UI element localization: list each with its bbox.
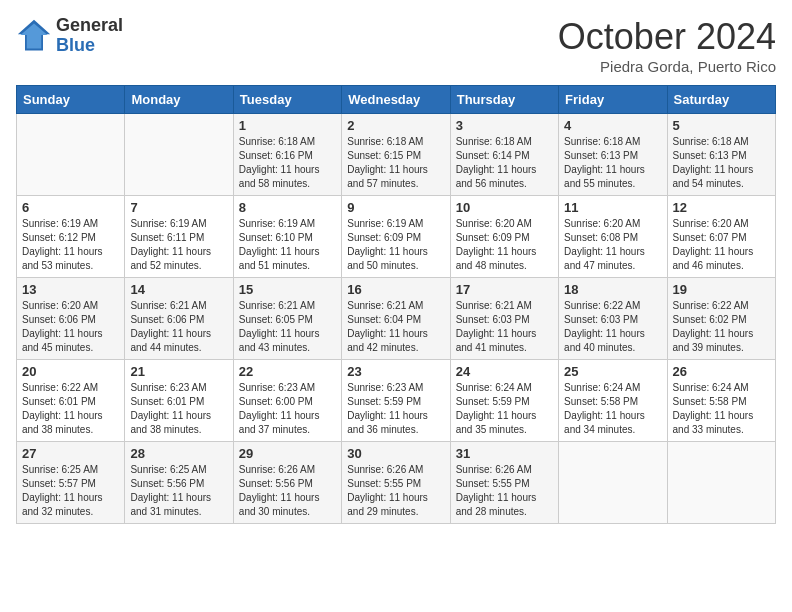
calendar-cell <box>125 114 233 196</box>
day-info: Sunrise: 6:19 AM Sunset: 6:09 PM Dayligh… <box>347 217 444 273</box>
day-number: 7 <box>130 200 227 215</box>
calendar-cell: 27Sunrise: 6:25 AM Sunset: 5:57 PM Dayli… <box>17 442 125 524</box>
title-block: October 2024 Piedra Gorda, Puerto Rico <box>558 16 776 75</box>
day-number: 10 <box>456 200 553 215</box>
day-info: Sunrise: 6:24 AM Sunset: 5:58 PM Dayligh… <box>673 381 770 437</box>
day-info: Sunrise: 6:20 AM Sunset: 6:09 PM Dayligh… <box>456 217 553 273</box>
calendar-cell: 13Sunrise: 6:20 AM Sunset: 6:06 PM Dayli… <box>17 278 125 360</box>
calendar-cell <box>17 114 125 196</box>
column-header-friday: Friday <box>559 86 667 114</box>
day-info: Sunrise: 6:21 AM Sunset: 6:03 PM Dayligh… <box>456 299 553 355</box>
day-info: Sunrise: 6:25 AM Sunset: 5:56 PM Dayligh… <box>130 463 227 519</box>
day-number: 3 <box>456 118 553 133</box>
calendar-week-5: 27Sunrise: 6:25 AM Sunset: 5:57 PM Dayli… <box>17 442 776 524</box>
day-info: Sunrise: 6:20 AM Sunset: 6:06 PM Dayligh… <box>22 299 119 355</box>
day-number: 15 <box>239 282 336 297</box>
day-info: Sunrise: 6:23 AM Sunset: 6:00 PM Dayligh… <box>239 381 336 437</box>
calendar-cell: 15Sunrise: 6:21 AM Sunset: 6:05 PM Dayli… <box>233 278 341 360</box>
day-number: 22 <box>239 364 336 379</box>
calendar-cell: 6Sunrise: 6:19 AM Sunset: 6:12 PM Daylig… <box>17 196 125 278</box>
calendar-cell: 14Sunrise: 6:21 AM Sunset: 6:06 PM Dayli… <box>125 278 233 360</box>
day-info: Sunrise: 6:20 AM Sunset: 6:08 PM Dayligh… <box>564 217 661 273</box>
calendar-body: 1Sunrise: 6:18 AM Sunset: 6:16 PM Daylig… <box>17 114 776 524</box>
day-info: Sunrise: 6:19 AM Sunset: 6:10 PM Dayligh… <box>239 217 336 273</box>
day-number: 13 <box>22 282 119 297</box>
calendar-cell: 19Sunrise: 6:22 AM Sunset: 6:02 PM Dayli… <box>667 278 775 360</box>
calendar-table: SundayMondayTuesdayWednesdayThursdayFrid… <box>16 85 776 524</box>
day-number: 1 <box>239 118 336 133</box>
day-number: 25 <box>564 364 661 379</box>
calendar-cell: 29Sunrise: 6:26 AM Sunset: 5:56 PM Dayli… <box>233 442 341 524</box>
column-header-wednesday: Wednesday <box>342 86 450 114</box>
day-info: Sunrise: 6:18 AM Sunset: 6:13 PM Dayligh… <box>564 135 661 191</box>
day-number: 9 <box>347 200 444 215</box>
calendar-cell: 20Sunrise: 6:22 AM Sunset: 6:01 PM Dayli… <box>17 360 125 442</box>
day-info: Sunrise: 6:24 AM Sunset: 5:59 PM Dayligh… <box>456 381 553 437</box>
day-number: 29 <box>239 446 336 461</box>
day-number: 2 <box>347 118 444 133</box>
day-number: 19 <box>673 282 770 297</box>
logo-blue: Blue <box>56 36 123 56</box>
day-number: 16 <box>347 282 444 297</box>
calendar-cell: 5Sunrise: 6:18 AM Sunset: 6:13 PM Daylig… <box>667 114 775 196</box>
column-header-saturday: Saturday <box>667 86 775 114</box>
calendar-week-1: 1Sunrise: 6:18 AM Sunset: 6:16 PM Daylig… <box>17 114 776 196</box>
day-info: Sunrise: 6:25 AM Sunset: 5:57 PM Dayligh… <box>22 463 119 519</box>
calendar-cell: 11Sunrise: 6:20 AM Sunset: 6:08 PM Dayli… <box>559 196 667 278</box>
calendar-cell: 16Sunrise: 6:21 AM Sunset: 6:04 PM Dayli… <box>342 278 450 360</box>
calendar-week-2: 6Sunrise: 6:19 AM Sunset: 6:12 PM Daylig… <box>17 196 776 278</box>
logo: General Blue <box>16 16 123 56</box>
day-number: 14 <box>130 282 227 297</box>
day-info: Sunrise: 6:21 AM Sunset: 6:05 PM Dayligh… <box>239 299 336 355</box>
logo-text: General Blue <box>56 16 123 56</box>
day-number: 27 <box>22 446 119 461</box>
day-info: Sunrise: 6:24 AM Sunset: 5:58 PM Dayligh… <box>564 381 661 437</box>
column-header-monday: Monday <box>125 86 233 114</box>
day-number: 12 <box>673 200 770 215</box>
day-info: Sunrise: 6:22 AM Sunset: 6:02 PM Dayligh… <box>673 299 770 355</box>
day-number: 4 <box>564 118 661 133</box>
calendar-cell: 26Sunrise: 6:24 AM Sunset: 5:58 PM Dayli… <box>667 360 775 442</box>
day-info: Sunrise: 6:19 AM Sunset: 6:11 PM Dayligh… <box>130 217 227 273</box>
day-info: Sunrise: 6:18 AM Sunset: 6:14 PM Dayligh… <box>456 135 553 191</box>
day-info: Sunrise: 6:26 AM Sunset: 5:55 PM Dayligh… <box>347 463 444 519</box>
day-number: 23 <box>347 364 444 379</box>
calendar-cell: 28Sunrise: 6:25 AM Sunset: 5:56 PM Dayli… <box>125 442 233 524</box>
calendar-week-3: 13Sunrise: 6:20 AM Sunset: 6:06 PM Dayli… <box>17 278 776 360</box>
calendar-cell: 30Sunrise: 6:26 AM Sunset: 5:55 PM Dayli… <box>342 442 450 524</box>
calendar-cell: 7Sunrise: 6:19 AM Sunset: 6:11 PM Daylig… <box>125 196 233 278</box>
calendar-week-4: 20Sunrise: 6:22 AM Sunset: 6:01 PM Dayli… <box>17 360 776 442</box>
day-info: Sunrise: 6:18 AM Sunset: 6:15 PM Dayligh… <box>347 135 444 191</box>
day-info: Sunrise: 6:21 AM Sunset: 6:06 PM Dayligh… <box>130 299 227 355</box>
calendar-cell: 23Sunrise: 6:23 AM Sunset: 5:59 PM Dayli… <box>342 360 450 442</box>
day-info: Sunrise: 6:23 AM Sunset: 6:01 PM Dayligh… <box>130 381 227 437</box>
calendar-cell: 17Sunrise: 6:21 AM Sunset: 6:03 PM Dayli… <box>450 278 558 360</box>
calendar-cell: 18Sunrise: 6:22 AM Sunset: 6:03 PM Dayli… <box>559 278 667 360</box>
column-header-sunday: Sunday <box>17 86 125 114</box>
day-number: 8 <box>239 200 336 215</box>
day-number: 6 <box>22 200 119 215</box>
column-header-thursday: Thursday <box>450 86 558 114</box>
day-info: Sunrise: 6:22 AM Sunset: 6:03 PM Dayligh… <box>564 299 661 355</box>
calendar-cell: 24Sunrise: 6:24 AM Sunset: 5:59 PM Dayli… <box>450 360 558 442</box>
svg-marker-1 <box>21 23 48 48</box>
day-info: Sunrise: 6:26 AM Sunset: 5:55 PM Dayligh… <box>456 463 553 519</box>
calendar-cell: 9Sunrise: 6:19 AM Sunset: 6:09 PM Daylig… <box>342 196 450 278</box>
day-number: 21 <box>130 364 227 379</box>
calendar-cell: 21Sunrise: 6:23 AM Sunset: 6:01 PM Dayli… <box>125 360 233 442</box>
logo-general: General <box>56 16 123 36</box>
month-title: October 2024 <box>558 16 776 58</box>
day-info: Sunrise: 6:22 AM Sunset: 6:01 PM Dayligh… <box>22 381 119 437</box>
day-info: Sunrise: 6:23 AM Sunset: 5:59 PM Dayligh… <box>347 381 444 437</box>
calendar-cell: 31Sunrise: 6:26 AM Sunset: 5:55 PM Dayli… <box>450 442 558 524</box>
calendar-cell: 4Sunrise: 6:18 AM Sunset: 6:13 PM Daylig… <box>559 114 667 196</box>
day-info: Sunrise: 6:18 AM Sunset: 6:13 PM Dayligh… <box>673 135 770 191</box>
column-header-tuesday: Tuesday <box>233 86 341 114</box>
calendar-cell: 1Sunrise: 6:18 AM Sunset: 6:16 PM Daylig… <box>233 114 341 196</box>
calendar-cell: 22Sunrise: 6:23 AM Sunset: 6:00 PM Dayli… <box>233 360 341 442</box>
day-info: Sunrise: 6:26 AM Sunset: 5:56 PM Dayligh… <box>239 463 336 519</box>
calendar-cell: 3Sunrise: 6:18 AM Sunset: 6:14 PM Daylig… <box>450 114 558 196</box>
calendar-cell <box>559 442 667 524</box>
day-info: Sunrise: 6:21 AM Sunset: 6:04 PM Dayligh… <box>347 299 444 355</box>
day-number: 18 <box>564 282 661 297</box>
